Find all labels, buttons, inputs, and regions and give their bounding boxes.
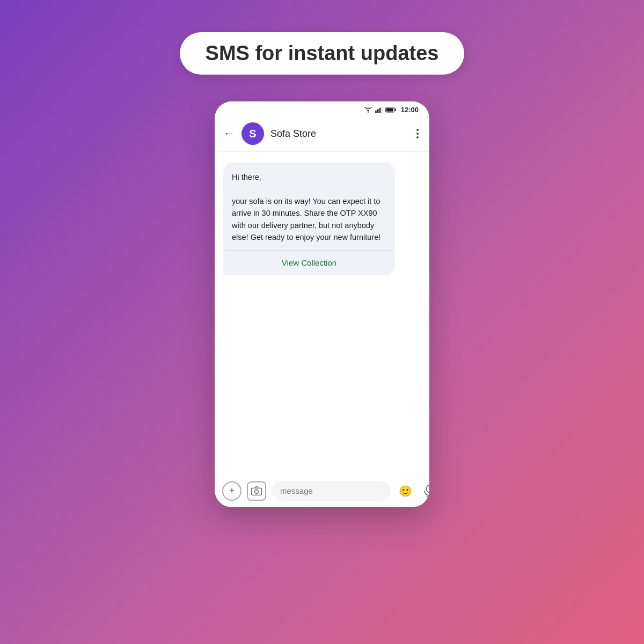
svg-rect-6 (386, 108, 393, 112)
message-link-container: View Collection (223, 251, 395, 275)
status-bar: 12:00 (215, 101, 429, 116)
svg-rect-1 (377, 109, 379, 113)
plus-icon: + (229, 485, 235, 496)
camera-icon (251, 486, 262, 496)
input-bar: + 🙂 (215, 474, 429, 507)
message-text: Hi there, your sofa is on its way! You c… (223, 163, 395, 250)
camera-button[interactable] (247, 481, 266, 501)
mic-icon (424, 485, 429, 497)
emoji-button[interactable]: 🙂 (396, 482, 414, 500)
mic-button[interactable] (420, 482, 429, 500)
messages-area: Hi there, your sofa is on its way! You c… (215, 152, 429, 474)
wifi-icon (364, 107, 372, 113)
back-button[interactable]: ← (223, 128, 235, 140)
add-button[interactable]: + (222, 481, 241, 501)
svg-point-8 (255, 489, 259, 493)
dot1 (416, 129, 419, 131)
dot2 (416, 133, 419, 135)
svg-rect-3 (381, 107, 382, 113)
message-bubble: Hi there, your sofa is on its way! You c… (223, 163, 395, 275)
page-title: SMS for instant updates (206, 42, 439, 65)
svg-rect-7 (252, 488, 262, 495)
svg-rect-0 (375, 110, 377, 113)
view-collection-link[interactable]: View Collection (282, 258, 336, 267)
status-icons: 12:00 (364, 106, 419, 114)
svg-rect-2 (379, 107, 381, 113)
emoji-icon: 🙂 (399, 485, 412, 497)
svg-rect-9 (427, 485, 429, 492)
contact-avatar: S (241, 122, 264, 145)
svg-rect-5 (394, 108, 396, 111)
status-time: 12:00 (401, 106, 419, 114)
more-options-button[interactable] (414, 127, 421, 141)
header-pill: SMS for instant updates (180, 32, 465, 75)
signal-icon (375, 107, 383, 113)
contact-name: Sofa Store (270, 128, 408, 140)
message-input[interactable] (272, 481, 391, 501)
dot3 (416, 136, 419, 138)
phone-frame: 12:00 ← S Sofa Store Hi there, your sofa… (215, 101, 429, 507)
battery-icon (385, 107, 396, 113)
app-bar: ← S Sofa Store (215, 116, 429, 152)
